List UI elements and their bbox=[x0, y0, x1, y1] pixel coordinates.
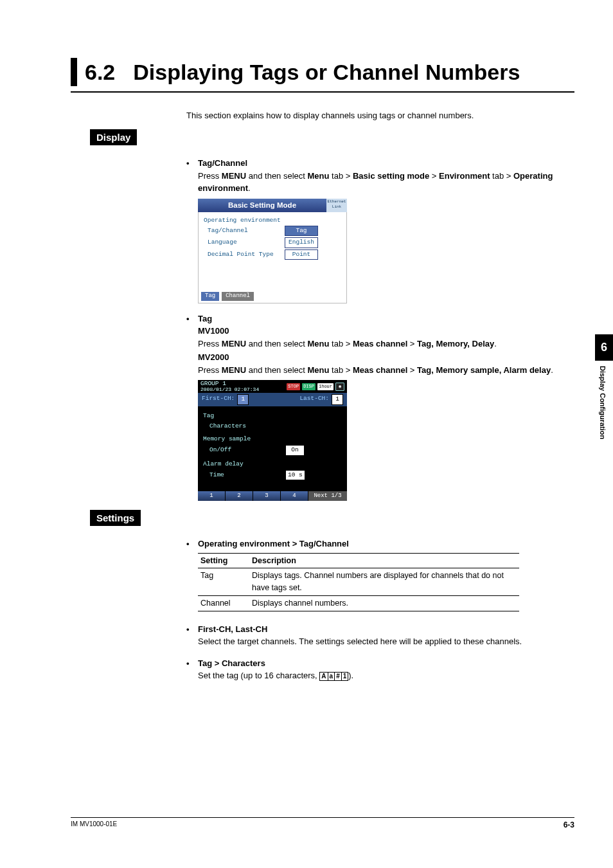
chapter-tab: 6 Display Configuration bbox=[595, 334, 613, 439]
bullet-icon: • bbox=[186, 623, 198, 636]
time-label: Time bbox=[209, 471, 285, 480]
tag-heading: Tag bbox=[198, 312, 212, 325]
last-ch-label: Last-CH: bbox=[299, 394, 329, 404]
mv2000-label: MV2000 bbox=[198, 351, 574, 364]
shot1-footer-tab[interactable]: Channel bbox=[221, 292, 254, 301]
first-ch-label: First-CH: bbox=[202, 394, 235, 404]
tag-chars-body: Set the tag (up to 16 characters, Aa#1). bbox=[198, 669, 574, 682]
screenshot-channel-settings: GROUP 1 2008/01/23 02:07:34 STOP DISP 1h… bbox=[198, 380, 347, 501]
stop-badge: STOP bbox=[287, 383, 300, 390]
last-ch-field[interactable]: 1 bbox=[332, 394, 343, 404]
shot1-setting-label: Language bbox=[208, 238, 285, 247]
section-number: 6.2 bbox=[85, 59, 115, 86]
shot2-footer-tab[interactable]: 1 bbox=[198, 491, 226, 502]
screenshot-basic-setting-mode: Basic Setting Mode Ethernet Link Operati… bbox=[198, 199, 347, 303]
onoff-field[interactable]: On bbox=[285, 445, 305, 455]
shot1-setting-value[interactable]: English bbox=[285, 237, 318, 248]
display-label: Display bbox=[90, 129, 137, 145]
first-last-body: Select the target channels. The settings… bbox=[198, 635, 574, 648]
disp-badge: DISP bbox=[302, 383, 315, 390]
shot2-next-button[interactable]: Next 1/3 bbox=[308, 491, 347, 502]
characters-label: Characters bbox=[209, 422, 285, 431]
settings-label: Settings bbox=[90, 510, 141, 526]
table-cell-setting: Channel bbox=[198, 595, 249, 611]
mv1000-instruction: Press MENU and then select Menu tab > Me… bbox=[198, 338, 574, 350]
settings-table: Setting Description TagDisplays tags. Ch… bbox=[198, 553, 519, 611]
footer-doc-id: IM MV1000-01E bbox=[71, 820, 117, 829]
title-accent bbox=[71, 58, 77, 86]
section-title: Displaying Tags or Channel Numbers bbox=[133, 59, 520, 86]
bullet-icon: • bbox=[186, 157, 198, 170]
shot2-tag-section: Tag bbox=[203, 411, 342, 420]
chapter-label: Display Configuration bbox=[599, 361, 607, 439]
footer-page-number: 6-3 bbox=[564, 820, 574, 829]
first-last-heading: First-CH, Last-CH bbox=[198, 623, 267, 636]
bullet-icon: • bbox=[186, 538, 198, 550]
character-type-icon: Aa#1 bbox=[319, 672, 348, 681]
chapter-number: 6 bbox=[595, 334, 613, 361]
shot1-setting-label: Decimal Point Type bbox=[208, 250, 285, 259]
shot1-footer-tab[interactable]: Tag bbox=[200, 292, 220, 301]
table-cell-setting: Tag bbox=[198, 568, 249, 596]
shot1-titlebar: Basic Setting Mode bbox=[198, 199, 326, 212]
table-cell-description: Displays channel numbers. bbox=[249, 595, 519, 611]
shot2-footer-tab[interactable]: 2 bbox=[226, 491, 253, 502]
op-env-heading: Operating environment > Tag/Channel bbox=[198, 538, 349, 550]
bullet-icon: • bbox=[186, 312, 198, 325]
tag-channel-instruction: Press MENU and then select Menu tab > Ba… bbox=[198, 170, 574, 195]
shot1-setting-value[interactable]: Tag bbox=[285, 226, 318, 236]
table-cell-description: Displays tags. Channel numbers are displ… bbox=[249, 568, 519, 596]
shot2-footer-tab[interactable]: 4 bbox=[281, 491, 308, 502]
shot1-setting-label: Tag/Channel bbox=[208, 226, 285, 235]
camera-icon: ◉ bbox=[335, 383, 344, 391]
shot2-memory-section: Memory sample bbox=[203, 435, 342, 444]
mv1000-label: MV1000 bbox=[198, 325, 574, 338]
shot1-heading: Operating environment bbox=[202, 216, 342, 225]
shot1-setting-row: Decimal Point TypePoint bbox=[202, 249, 342, 260]
mv2000-instruction: Press MENU and then select Menu tab > Me… bbox=[198, 364, 574, 377]
shot1-setting-row: Tag/ChannelTag bbox=[202, 225, 342, 237]
intro-text: This section explains how to display cha… bbox=[186, 111, 574, 120]
shot2-footer-tab[interactable]: 3 bbox=[253, 491, 281, 502]
time-badge: 1hour bbox=[317, 383, 333, 390]
ethernet-badge: Ethernet Link bbox=[326, 199, 347, 212]
col-description: Description bbox=[249, 553, 519, 568]
time-field[interactable]: 10 s bbox=[285, 470, 305, 480]
table-row: ChannelDisplays channel numbers. bbox=[198, 595, 519, 611]
page-title-bar: 6.2 Displaying Tags or Channel Numbers bbox=[71, 58, 574, 93]
shot1-setting-value[interactable]: Point bbox=[285, 249, 318, 260]
shot2-datetime: 2008/01/23 02:07:34 bbox=[200, 386, 259, 392]
characters-field[interactable] bbox=[285, 426, 332, 427]
onoff-label: On/Off bbox=[209, 446, 285, 455]
col-setting: Setting bbox=[198, 553, 249, 568]
bullet-icon: • bbox=[186, 657, 198, 670]
tag-chars-heading: Tag > Characters bbox=[198, 657, 265, 670]
tag-channel-heading: Tag/Channel bbox=[198, 157, 247, 170]
shot2-alarm-section: Alarm delay bbox=[203, 460, 342, 469]
first-ch-field[interactable]: 1 bbox=[237, 394, 249, 404]
page-footer: IM MV1000-01E 6-3 bbox=[71, 817, 574, 829]
shot2-group: GROUP 1 bbox=[200, 381, 259, 386]
table-row: TagDisplays tags. Channel numbers are di… bbox=[198, 568, 519, 596]
shot1-setting-row: LanguageEnglish bbox=[202, 237, 342, 248]
